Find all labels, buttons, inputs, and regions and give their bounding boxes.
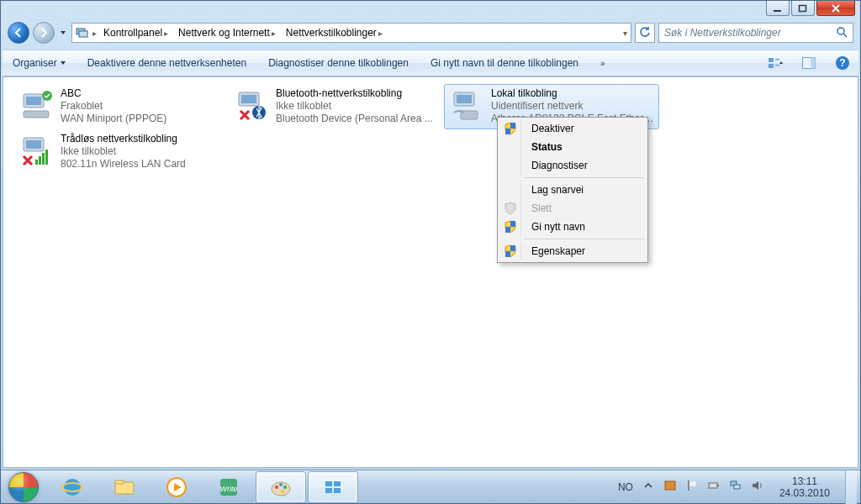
- taskbar-app2[interactable]: [308, 471, 358, 503]
- explorer-window: ▸ Kontrollpanel▸ Nettverk og Internett▸ …: [0, 0, 861, 504]
- svg-rect-34: [505, 251, 510, 257]
- connection-item[interactable]: Trådløs nettverkstilkobling Ikke tilkobl…: [13, 129, 229, 175]
- context-menu: Deaktiver Status Diagnostiser Lag snarve…: [497, 117, 648, 263]
- svg-rect-48: [334, 481, 341, 486]
- ctx-disable[interactable]: Deaktiver: [499, 119, 646, 138]
- connection-status: Ikke tilkoblet: [276, 100, 433, 113]
- svg-rect-33: [510, 245, 515, 251]
- connection-name: Trådløs nettverkstilkobling: [61, 133, 186, 145]
- breadcrumb-item[interactable]: Nettverk og Internett▸: [175, 24, 279, 42]
- dialup-icon: [18, 87, 54, 123]
- svg-rect-32: [505, 227, 510, 233]
- taskbar-wmp[interactable]: [151, 471, 202, 503]
- connection-item[interactable]: ABC Frakoblet WAN Miniport (PPPOE): [13, 84, 229, 129]
- organize-menu[interactable]: Organiser: [9, 55, 69, 71]
- svg-point-46: [281, 490, 284, 493]
- svg-rect-0: [774, 10, 781, 12]
- svg-point-44: [279, 483, 283, 486]
- shield-icon: [504, 202, 517, 215]
- connection-list: ABC Frakoblet WAN Miniport (PPPOE): [13, 84, 848, 175]
- svg-rect-50: [334, 488, 341, 493]
- svg-rect-49: [325, 488, 332, 493]
- search-placeholder: Søk i Nettverkstilkoblinger: [664, 27, 781, 39]
- ctx-status[interactable]: Status: [499, 138, 646, 156]
- tray-icon[interactable]: [663, 479, 677, 495]
- svg-rect-27: [42, 153, 45, 165]
- show-desktop-button[interactable]: [845, 470, 857, 504]
- svg-rect-10: [811, 58, 816, 69]
- svg-text:?: ?: [839, 57, 845, 69]
- ctx-diagnose[interactable]: Diagnostiser: [499, 156, 646, 175]
- breadcrumb-item[interactable]: Nettverkstilkoblinger▸: [283, 24, 386, 42]
- nav-history-dropdown[interactable]: [58, 22, 68, 44]
- svg-rect-47: [325, 481, 332, 486]
- taskbar-explorer[interactable]: [99, 471, 150, 503]
- chevron-right-icon: ▸: [92, 29, 97, 38]
- search-input[interactable]: Søk i Nettverkstilkoblinger: [658, 23, 853, 43]
- svg-rect-38: [115, 480, 124, 484]
- svg-rect-24: [26, 140, 41, 149]
- svg-rect-29: [510, 123, 515, 129]
- tray-power-icon[interactable]: [707, 479, 721, 495]
- svg-point-35: [64, 479, 81, 496]
- ctx-separator: [525, 177, 644, 178]
- shield-icon: [504, 220, 517, 234]
- search-icon: [836, 26, 848, 40]
- back-button[interactable]: [8, 22, 29, 44]
- tray-flag-icon[interactable]: [685, 479, 699, 495]
- ctx-separator: [525, 239, 644, 239]
- address-bar[interactable]: ▸ Kontrollpanel▸ Nettverk og Internett▸ …: [71, 23, 631, 43]
- forward-button[interactable]: [33, 22, 55, 44]
- svg-rect-15: [24, 111, 49, 118]
- taskbar-paint[interactable]: [256, 471, 306, 503]
- address-dropdown-icon[interactable]: ▾: [623, 29, 627, 38]
- connection-status: Uidentifisert nettverk: [491, 100, 654, 113]
- svg-rect-6: [769, 64, 774, 68]
- connection-item[interactable]: Bluetooth-nettverkstilkobling Ikke tilko…: [229, 84, 444, 129]
- tray-up-icon[interactable]: [642, 479, 655, 495]
- close-button[interactable]: [816, 1, 855, 16]
- toolbar-overflow[interactable]: »: [597, 57, 609, 70]
- taskbar: Write NO 13:11 24.03.2010: [1, 470, 860, 503]
- breadcrumb-item[interactable]: Kontrollpanel▸: [100, 24, 172, 42]
- system-tray: NO 13:11 24.03.2010: [615, 470, 860, 504]
- taskbar-app1[interactable]: Write: [203, 471, 254, 503]
- svg-rect-51: [665, 481, 675, 490]
- ctx-rename[interactable]: Gi nytt navn: [499, 218, 646, 236]
- view-options-button[interactable]: [766, 54, 784, 72]
- svg-rect-8: [775, 65, 779, 66]
- preview-pane-button[interactable]: [800, 54, 818, 72]
- content-area: ABC Frakoblet WAN Miniport (PPPOE): [3, 76, 858, 468]
- refresh-button[interactable]: [635, 23, 655, 43]
- connection-detail: 802.11n Wireless LAN Card: [61, 158, 186, 171]
- disable-device-button[interactable]: Deaktivere denne nettverksenheten: [84, 55, 250, 71]
- svg-text:Write: Write: [220, 485, 238, 493]
- connection-status: Frakoblet: [61, 100, 166, 113]
- wifi-icon: [18, 133, 54, 168]
- shield-icon: [504, 122, 517, 135]
- navigation-bar: ▸ Kontrollpanel▸ Nettverk og Internett▸ …: [8, 19, 853, 46]
- tray-volume-icon[interactable]: [751, 479, 764, 495]
- windows-orb-icon: [8, 472, 39, 502]
- taskbar-ie[interactable]: [47, 471, 98, 503]
- rename-button[interactable]: Gi nytt navn til denne tilkoblingen: [427, 55, 582, 71]
- start-button[interactable]: [1, 470, 46, 504]
- svg-rect-14: [26, 97, 41, 105]
- ctx-properties[interactable]: Egenskaper: [499, 242, 646, 260]
- tray-network-icon[interactable]: [729, 479, 742, 495]
- command-bar: Organiser Deaktivere denne nettverksenhe…: [3, 50, 858, 76]
- svg-rect-3: [79, 31, 87, 37]
- language-indicator[interactable]: NO: [618, 481, 633, 493]
- help-button[interactable]: ?: [833, 54, 852, 72]
- ctx-shortcut[interactable]: Lag snarvei: [499, 181, 646, 199]
- clock[interactable]: 13:11 24.03.2010: [773, 475, 837, 499]
- svg-point-43: [275, 486, 278, 489]
- svg-rect-56: [734, 485, 740, 489]
- shield-icon: [504, 244, 517, 258]
- connection-name: Bluetooth-nettverkstilkobling: [276, 87, 433, 100]
- maximize-button[interactable]: [791, 1, 815, 16]
- minimize-button[interactable]: [766, 1, 790, 16]
- diagnose-button[interactable]: Diagnostiser denne tilkoblingen: [265, 55, 412, 71]
- svg-point-45: [283, 486, 287, 489]
- network-connections-icon: [76, 26, 89, 39]
